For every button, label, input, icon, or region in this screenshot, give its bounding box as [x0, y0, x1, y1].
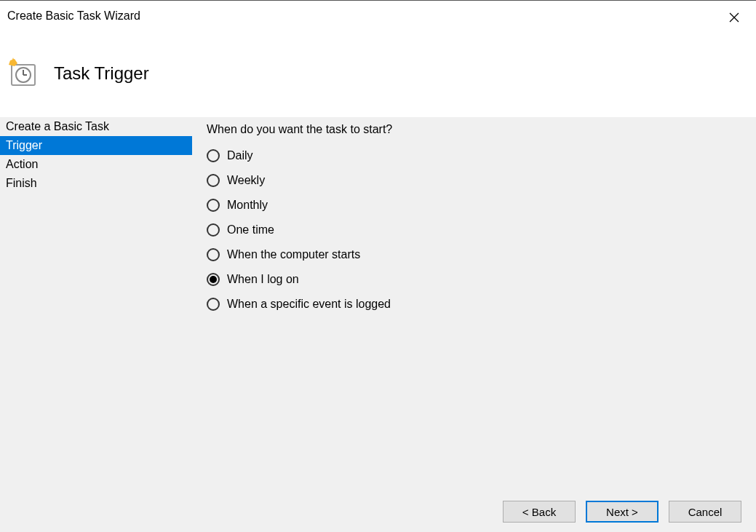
titlebar: Create Basic Task Wizard	[0, 1, 756, 30]
trigger-option-when-the-computer-starts[interactable]: When the computer starts	[207, 248, 749, 261]
header: Task Trigger	[0, 30, 756, 117]
radio-icon	[207, 223, 220, 237]
close-button[interactable]	[720, 7, 749, 28]
next-button[interactable]: Next >	[586, 501, 658, 523]
page-title: Task Trigger	[54, 63, 149, 84]
radio-label: Weekly	[227, 174, 265, 187]
trigger-option-daily[interactable]: Daily	[207, 149, 749, 162]
window-title: Create Basic Task Wizard	[7, 7, 140, 23]
body: Create a Basic TaskTriggerActionFinish W…	[0, 117, 756, 532]
trigger-option-when-i-log-on[interactable]: When I log on	[207, 273, 749, 286]
radio-dot-icon	[210, 276, 217, 283]
radio-icon	[207, 298, 220, 311]
radio-label: When the computer starts	[227, 248, 360, 261]
radio-icon	[207, 248, 220, 261]
close-icon	[729, 12, 739, 23]
main-panel: When do you want the task to start? Dail…	[192, 117, 756, 532]
task-scheduler-icon	[7, 57, 39, 90]
back-button[interactable]: < Back	[503, 501, 576, 523]
radio-label: When a specific event is logged	[227, 298, 391, 311]
trigger-option-one-time[interactable]: One time	[207, 223, 749, 237]
trigger-option-weekly[interactable]: Weekly	[207, 174, 749, 187]
radio-label: Daily	[227, 149, 253, 162]
radio-label: When I log on	[227, 273, 299, 286]
radio-label: Monthly	[227, 199, 268, 212]
radio-label: One time	[227, 223, 274, 237]
sidebar-item-finish[interactable]: Finish	[0, 174, 192, 193]
radio-icon	[207, 199, 220, 212]
trigger-question: When do you want the task to start?	[207, 123, 749, 136]
trigger-options: DailyWeeklyMonthlyOne timeWhen the compu…	[207, 149, 749, 311]
sidebar-item-create-a-basic-task[interactable]: Create a Basic Task	[0, 117, 192, 136]
sidebar-item-action[interactable]: Action	[0, 155, 192, 174]
radio-icon	[207, 149, 220, 162]
sidebar: Create a Basic TaskTriggerActionFinish	[0, 117, 192, 532]
radio-icon	[207, 273, 220, 286]
trigger-option-monthly[interactable]: Monthly	[207, 199, 749, 212]
sidebar-item-trigger[interactable]: Trigger	[0, 136, 192, 155]
wizard-window: Create Basic Task Wizard Task Trigger Cr…	[0, 0, 756, 532]
trigger-option-when-a-specific-event-is-logged[interactable]: When a specific event is logged	[207, 298, 749, 311]
radio-icon	[207, 174, 220, 187]
button-bar: < Back Next > Cancel	[0, 491, 756, 532]
cancel-button[interactable]: Cancel	[669, 501, 741, 523]
